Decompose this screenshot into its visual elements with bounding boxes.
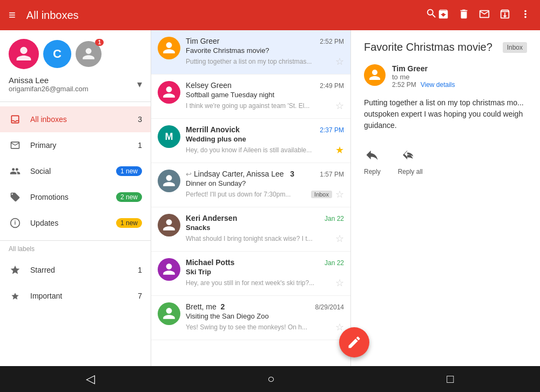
email-detail: Favorite Christmas movie? Inbox Tim Gree… <box>351 30 540 366</box>
reply-all-button[interactable]: Reply all <box>398 147 423 175</box>
email-content-6: Brett, me 2 8/29/2014 Visiting the San D… <box>186 302 344 333</box>
email-item-6[interactable]: Brett, me 2 8/29/2014 Visiting the San D… <box>151 296 350 340</box>
sidebar-item-primary[interactable]: Primary 1 <box>0 132 151 158</box>
menu-icon[interactable]: ≡ <box>9 8 16 22</box>
primary-avatar[interactable] <box>9 39 39 69</box>
email-star-5[interactable]: ☆ <box>335 277 344 289</box>
email-item-2[interactable]: M Merrill Anovick 2:37 PM Wedding plus o… <box>151 119 350 163</box>
detail-time: 2:52 PM <box>392 81 416 89</box>
sidebar-item-updates[interactable]: i Updates 1 new <box>0 210 151 236</box>
email-subject-2: Wedding plus one <box>186 135 344 143</box>
email-item-4[interactable]: Keri Andersen Jan 22 Snacks What should … <box>151 207 350 252</box>
sidebar-item-all-inboxes[interactable]: All inboxes 3 <box>0 106 151 132</box>
email-preview-2: Hey, do you know if Aileen is still avai… <box>186 146 332 154</box>
inbox-badge-3: Inbox <box>311 191 332 198</box>
email-item-5[interactable]: Michael Potts Jan 22 Ski Trip Hey, are y… <box>151 252 350 296</box>
compose-fab[interactable] <box>339 327 369 357</box>
more-icon[interactable] <box>519 8 531 23</box>
email-preview-6: Yes! Swing by to see the monkeys! On h..… <box>186 323 332 331</box>
updates-badge: 1 new <box>116 218 142 228</box>
email-avatar-6 <box>158 302 180 325</box>
email-item-3[interactable]: ↩ Lindsay Carter, Anissa Lee 3 1:57 PM D… <box>151 163 350 207</box>
email-subject-3: Dinner on Sunday? <box>186 179 344 187</box>
email-subject-5: Ski Trip <box>186 268 344 276</box>
email-star-2[interactable]: ★ <box>335 144 344 156</box>
email-content-4: Keri Andersen Jan 22 Snacks What should … <box>186 214 344 245</box>
all-inboxes-count: 3 <box>138 115 142 124</box>
archive-icon[interactable] <box>437 8 449 23</box>
recents-nav-icon[interactable]: □ <box>447 372 454 386</box>
email-star-3[interactable]: ☆ <box>335 188 344 200</box>
email-time-5: Jan 22 <box>325 259 344 267</box>
email-star-4[interactable]: ☆ <box>335 233 344 245</box>
reply-label: Reply <box>364 168 381 175</box>
top-bar: ≡ All inboxes <box>0 0 540 30</box>
sidebar-item-promotions[interactable]: Promotions 2 new <box>0 184 151 210</box>
email-sender-6: Brett, me 2 <box>186 302 225 311</box>
account-info: Anissa Lee origamifan26@gmail.com <box>9 76 137 93</box>
email-avatar-0 <box>158 37 180 59</box>
email-sender-5: Michael Potts <box>186 258 234 267</box>
email-time-2: 2:37 PM <box>320 126 344 134</box>
updates-label: Updates <box>30 219 112 227</box>
email-sender-4: Keri Andersen <box>186 214 237 222</box>
sidebar-item-starred[interactable]: Starred 1 <box>0 257 151 283</box>
reply-icon <box>364 147 380 166</box>
email-star-1[interactable]: ☆ <box>335 100 344 112</box>
email-star-6[interactable]: ☆ <box>335 321 344 333</box>
email-time-3: 1:57 PM <box>320 171 344 178</box>
sidebar-item-important[interactable]: Important 7 <box>0 283 151 309</box>
back-nav-icon[interactable]: ◁ <box>86 372 95 386</box>
bottom-nav: ◁ ○ □ <box>0 366 540 392</box>
email-header-0: Tim Greer 2:52 PM <box>186 37 344 45</box>
email-sender-1: Kelsey Green <box>186 81 232 90</box>
email-sender-3: ↩ Lindsay Carter, Anissa Lee 3 <box>186 170 294 178</box>
detail-sender-info: Tim Greer to me 2:52 PM View details <box>392 64 455 89</box>
mark-read-icon[interactable] <box>478 8 490 23</box>
important-icon <box>9 289 22 302</box>
sidebar-item-social[interactable]: Social 1 new <box>0 158 151 184</box>
email-preview-row-1: I think we're going up against team 'St.… <box>186 100 344 112</box>
email-content-3: ↩ Lindsay Carter, Anissa Lee 3 1:57 PM D… <box>186 170 344 200</box>
social-label: Social <box>30 167 112 175</box>
starred-count: 1 <box>138 266 142 274</box>
email-avatar-5 <box>158 258 180 281</box>
reply-button[interactable]: Reply <box>364 147 381 175</box>
delete-icon[interactable] <box>458 8 470 23</box>
dropdown-arrow-icon[interactable]: ▾ <box>137 78 142 90</box>
move-icon[interactable] <box>499 8 511 23</box>
important-label: Important <box>30 292 138 300</box>
detail-header: Favorite Christmas movie? Inbox <box>364 41 527 53</box>
account-email: origamifan26@gmail.com <box>9 85 137 93</box>
second-avatar[interactable]: C <box>43 40 71 68</box>
email-avatar-2: M <box>158 125 180 148</box>
search-icon[interactable] <box>426 8 437 23</box>
email-time-6: 8/29/2014 <box>315 303 344 311</box>
email-subject-0: Favorite Christmas movie? <box>186 46 344 55</box>
email-star-0[interactable]: ☆ <box>335 56 344 67</box>
email-header-4: Keri Andersen Jan 22 <box>186 214 344 222</box>
primary-count: 1 <box>138 141 142 150</box>
email-preview-row-2: Hey, do you know if Aileen is still avai… <box>186 144 344 156</box>
email-header-1: Kelsey Green 2:49 PM <box>186 81 344 90</box>
reply-all-icon <box>403 147 418 166</box>
email-header-3: ↩ Lindsay Carter, Anissa Lee 3 1:57 PM <box>186 170 344 178</box>
email-time-4: Jan 22 <box>325 215 344 222</box>
email-avatar-4 <box>158 214 180 236</box>
detail-actions: Reply Reply all <box>364 147 527 175</box>
email-content-0: Tim Greer 2:52 PM Favorite Christmas mov… <box>186 37 344 67</box>
labels-section-label: All labels <box>0 241 151 257</box>
email-header-5: Michael Potts Jan 22 <box>186 258 344 267</box>
email-content-1: Kelsey Green 2:49 PM Softball game Tuesd… <box>186 81 344 112</box>
email-preview-3: Perfect! I'll put us down for 7:30pm... <box>186 191 308 198</box>
email-sender-0: Tim Greer <box>186 37 219 45</box>
email-content-2: Merrill Anovick 2:37 PM Wedding plus one… <box>186 125 344 156</box>
primary-label: Primary <box>30 141 138 150</box>
detail-avatar <box>364 64 386 86</box>
home-nav-icon[interactable]: ○ <box>267 372 274 386</box>
view-details-link[interactable]: View details <box>421 81 455 89</box>
detail-subject: Favorite Christmas movie? <box>364 41 497 53</box>
starred-label: Starred <box>30 266 138 274</box>
email-item-1[interactable]: Kelsey Green 2:49 PM Softball game Tuesd… <box>151 75 350 119</box>
email-item-0[interactable]: Tim Greer 2:52 PM Favorite Christmas mov… <box>151 30 350 75</box>
